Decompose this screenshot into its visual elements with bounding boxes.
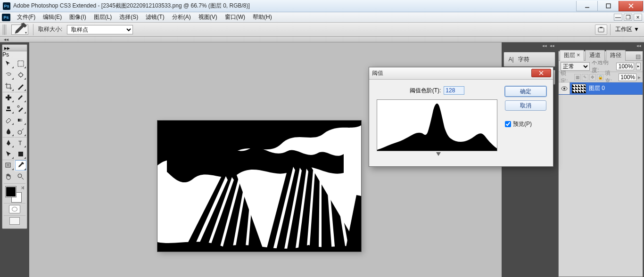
- visibility-toggle[interactable]: [559, 82, 570, 94]
- window-minimize-button[interactable]: [576, 1, 598, 11]
- menu-layer[interactable]: 图层(L): [90, 12, 116, 22]
- layer-row[interactable]: 图层 0: [559, 82, 643, 95]
- options-grip[interactable]: [3, 24, 7, 35]
- menu-analysis[interactable]: 分析(A): [168, 12, 195, 22]
- opacity-input[interactable]: [616, 63, 634, 70]
- lasso-tool[interactable]: [2, 69, 15, 81]
- svg-rect-5: [600, 27, 603, 28]
- healing-tool[interactable]: [2, 92, 15, 103]
- svg-point-16: [18, 174, 22, 178]
- swap-colors-icon[interactable]: ⤭: [21, 185, 25, 190]
- cancel-button[interactable]: 取消: [505, 100, 546, 111]
- divider: [610, 24, 611, 35]
- svg-rect-4: [598, 28, 604, 32]
- document-canvas[interactable]: [157, 121, 361, 252]
- menu-help[interactable]: 帮助(H): [249, 12, 276, 22]
- menu-edit[interactable]: 编辑(E): [39, 12, 66, 22]
- layer-thumbnail[interactable]: [572, 84, 586, 93]
- svg-rect-6: [18, 61, 24, 66]
- toolbox-header[interactable]: ▸▸: [2, 45, 27, 51]
- tab-layers[interactable]: 图层 ×: [560, 50, 584, 61]
- layer-name[interactable]: 图层 0: [588, 84, 605, 92]
- foreground-swatch[interactable]: [6, 187, 16, 197]
- blur-tool[interactable]: [2, 126, 15, 137]
- quick-mask-toggle[interactable]: [4, 203, 25, 214]
- menu-bar: Ps 文件(F) 编辑(E) 图像(I) 图层(L) 选择(S) 滤镜(T) 分…: [0, 12, 644, 23]
- pen-tool[interactable]: [2, 137, 15, 148]
- ok-button[interactable]: 确定: [505, 86, 546, 97]
- slice-tool[interactable]: [15, 81, 27, 92]
- zoom-tool[interactable]: [15, 171, 27, 182]
- character-label: 字符: [518, 56, 529, 64]
- dock-arrows-icon[interactable]: ◂◂: [542, 43, 547, 50]
- tab-paths[interactable]: 路径: [606, 50, 626, 61]
- menu-select[interactable]: 选择(S): [116, 12, 142, 22]
- character-icon: A|: [507, 55, 515, 64]
- quick-select-tool[interactable]: [15, 69, 27, 81]
- svg-rect-11: [18, 119, 24, 122]
- tool-preset-picker[interactable]: [11, 24, 28, 35]
- threshold-slider[interactable]: [377, 152, 497, 158]
- menu-window[interactable]: 窗口(W): [221, 12, 249, 22]
- layers-panel: 图层 × 通道 路径 ▤ 正常 不透明度: ▸ 锁定: ▦ ✎ ✥: [558, 51, 643, 277]
- ps-logo-icon: Ps: [2, 14, 10, 21]
- opacity-flyout[interactable]: ▸: [636, 63, 641, 70]
- tab-channels[interactable]: 通道: [585, 50, 605, 61]
- dialog-titlebar[interactable]: 阈值: [369, 67, 553, 80]
- dock-arrows-icon[interactable]: ◂◂: [550, 43, 554, 50]
- threshold-level-label: 阈值色阶(T):: [410, 87, 441, 95]
- eye-icon: [561, 86, 568, 91]
- menu-file[interactable]: 文件(F): [13, 12, 39, 22]
- doc-close-button[interactable]: ×: [634, 14, 642, 21]
- history-brush-tool[interactable]: [15, 103, 27, 114]
- bridge-icon: [598, 26, 604, 33]
- eraser-tool[interactable]: [2, 114, 15, 126]
- type-tool[interactable]: T: [15, 137, 27, 148]
- fill-flyout[interactable]: ▸: [638, 74, 641, 81]
- panel-menu-icon[interactable]: ▤: [636, 53, 641, 60]
- eyedropper-icon: [12, 22, 28, 38]
- hand-tool[interactable]: [2, 171, 15, 182]
- notes-tool[interactable]: [2, 160, 15, 171]
- shape-tool[interactable]: [15, 148, 27, 160]
- window-close-button[interactable]: [619, 1, 643, 11]
- menu-view[interactable]: 视图(V): [195, 12, 221, 22]
- slider-thumb-icon[interactable]: [436, 152, 441, 156]
- lock-pixels-icon[interactable]: ✎: [582, 74, 588, 81]
- doc-restore-button[interactable]: ❐: [624, 14, 632, 21]
- panel-arrows-icon[interactable]: ◂◂: [636, 43, 641, 50]
- sample-size-select[interactable]: 取样点: [67, 25, 133, 34]
- threshold-level-input[interactable]: [444, 86, 464, 95]
- path-select-tool[interactable]: [2, 148, 15, 160]
- move-tool[interactable]: [2, 58, 15, 69]
- brush-tool[interactable]: [15, 92, 27, 103]
- menu-image[interactable]: 图像(I): [66, 12, 90, 22]
- svg-point-7: [19, 73, 23, 77]
- fill-input[interactable]: [619, 73, 636, 81]
- workspace-label[interactable]: 工作区 ▼: [613, 25, 641, 33]
- doc-minimize-button[interactable]: —: [614, 14, 622, 21]
- window-titlebar: Ps Adobe Photoshop CS3 Extended - [2345截…: [0, 0, 644, 12]
- lock-transparency-icon[interactable]: ▦: [574, 74, 581, 81]
- gradient-tool[interactable]: [15, 114, 27, 126]
- menu-filter[interactable]: 滤镜(T): [142, 12, 168, 22]
- marquee-tool[interactable]: [15, 58, 27, 69]
- window-maximize-button[interactable]: [597, 1, 619, 11]
- character-panel-collapsed[interactable]: A| 字符: [504, 52, 555, 67]
- toolbox: ▸▸ Ps T: [2, 44, 27, 229]
- stamp-tool[interactable]: [2, 103, 15, 114]
- svg-point-12: [18, 130, 22, 134]
- lock-position-icon[interactable]: ✥: [589, 74, 596, 81]
- crop-tool[interactable]: [2, 81, 15, 92]
- divider: [33, 24, 33, 35]
- go-to-bridge-button[interactable]: [595, 24, 607, 35]
- lock-all-icon[interactable]: 🔒: [597, 74, 603, 81]
- eyedropper-tool[interactable]: [15, 160, 27, 171]
- svg-rect-14: [18, 152, 23, 156]
- chevrons-icon[interactable]: ◂◂: [4, 37, 8, 42]
- screen-mode-button[interactable]: [9, 217, 20, 225]
- preview-checkbox-label[interactable]: 预览(P): [505, 120, 546, 128]
- preview-checkbox[interactable]: [505, 121, 511, 127]
- dodge-tool[interactable]: [15, 126, 27, 137]
- dialog-close-button[interactable]: [531, 69, 551, 77]
